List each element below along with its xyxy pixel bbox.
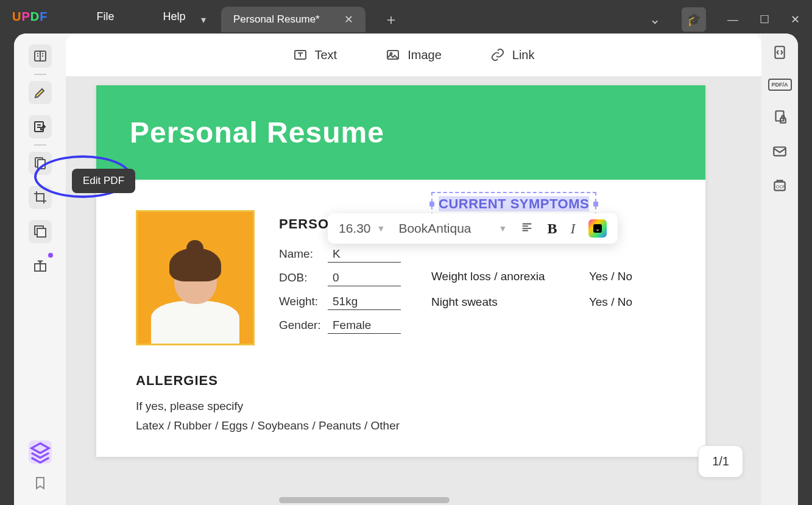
- symptoms-section: CURRENT SYMPTOMS Weight loss / anorexia …: [431, 192, 632, 309]
- reader-mode-icon[interactable]: [29, 44, 52, 68]
- name-value[interactable]: K: [328, 247, 401, 263]
- text-tool-label: Text: [315, 48, 337, 62]
- add-link-tool[interactable]: Link: [490, 48, 535, 62]
- minimize-button[interactable]: —: [727, 13, 738, 26]
- page-indicator[interactable]: 1/1: [698, 445, 743, 478]
- symptom-1-yn: Yes / No: [589, 270, 632, 283]
- svg-rect-3: [38, 160, 45, 169]
- symptoms-heading[interactable]: CURRENT SYMPTOMS: [439, 196, 589, 211]
- document-canvas[interactable]: Personal Resume PERSONAL DETAIL Name:K D…: [66, 76, 761, 505]
- font-family-dropdown[interactable]: BookAntiqua ▼: [398, 221, 507, 236]
- profile-photo: [136, 210, 255, 345]
- organize-pages-icon[interactable]: [29, 152, 52, 175]
- font-size-value: 16.30: [339, 221, 371, 236]
- email-icon[interactable]: [772, 143, 788, 159]
- symptom-2-label: Night sweats: [431, 295, 498, 309]
- weight-label: Weight:: [279, 295, 328, 308]
- gift-icon[interactable]: [29, 254, 52, 277]
- resize-handle-right[interactable]: [593, 202, 598, 207]
- edit-pdf-icon[interactable]: [29, 115, 52, 138]
- menu-help[interactable]: Help: [163, 10, 185, 23]
- convert-icon[interactable]: [772, 44, 788, 60]
- separator: [34, 144, 46, 146]
- allergies-heading: ALLERGIES: [136, 373, 666, 389]
- pdfa-icon[interactable]: PDF/A: [768, 79, 792, 91]
- chevron-down-icon[interactable]: ⌄: [649, 12, 660, 27]
- workspace: Edit PDF PDF/A OCR Text Image Link Perso…: [14, 34, 798, 505]
- image-tool-label: Image: [408, 48, 442, 62]
- add-image-tool[interactable]: Image: [386, 48, 442, 62]
- layers-icon[interactable]: [29, 440, 52, 464]
- add-text-tool[interactable]: Text: [293, 48, 337, 62]
- left-sidebar: [14, 34, 66, 505]
- protect-icon[interactable]: [772, 109, 788, 125]
- svg-rect-5: [37, 228, 46, 237]
- svg-rect-10: [774, 147, 786, 156]
- chevron-down-icon[interactable]: ▼: [377, 224, 386, 233]
- allergies-line2: Latex / Rubber / Eggs / Soybeans / Peanu…: [136, 419, 666, 433]
- menu-file[interactable]: File: [96, 10, 114, 23]
- title-bar: UPDF File Help ▾ Personal Resume* ✕ ＋ ⌄ …: [0, 0, 812, 34]
- horizontal-scrollbar-thumb[interactable]: [279, 497, 450, 503]
- link-tool-label: Link: [512, 48, 535, 62]
- dob-value[interactable]: 0: [328, 271, 401, 286]
- italic-button[interactable]: I: [570, 221, 575, 237]
- app-logo: UPDF: [12, 10, 48, 24]
- edit-pdf-tooltip: Edit PDF: [72, 169, 135, 193]
- add-tab-icon[interactable]: ＋: [384, 10, 398, 29]
- tab-title: Personal Resume*: [233, 13, 320, 26]
- close-window-button[interactable]: ✕: [791, 13, 800, 26]
- tab-menu-dropdown-icon[interactable]: ▾: [201, 14, 212, 25]
- pdf-page: Personal Resume PERSONAL DETAIL Name:K D…: [96, 85, 705, 457]
- gender-label: Gender:: [279, 319, 328, 332]
- edit-toolbar: Text Image Link: [66, 34, 761, 76]
- svg-text:OCR: OCR: [776, 184, 786, 189]
- dob-label: DOB:: [279, 271, 328, 284]
- redact-icon[interactable]: [29, 220, 52, 243]
- right-sidebar: PDF/A OCR: [761, 34, 798, 505]
- chevron-down-icon[interactable]: ▼: [499, 224, 507, 233]
- symptom-1-label: Weight loss / anorexia: [431, 270, 545, 283]
- document-tab[interactable]: Personal Resume* ✕: [221, 7, 365, 32]
- weight-value[interactable]: 51kg: [328, 295, 401, 310]
- allergies-line1: If yes, please specify: [136, 400, 666, 413]
- font-size-dropdown[interactable]: 16.30 ▼: [339, 221, 385, 236]
- text-color-picker[interactable]: ⌄: [588, 219, 607, 238]
- symptom-2-yn: Yes / No: [589, 295, 632, 309]
- crop-icon[interactable]: [29, 186, 52, 209]
- account-avatar[interactable]: 🎓: [682, 7, 706, 32]
- highlighter-icon[interactable]: [29, 81, 52, 104]
- close-icon[interactable]: ✕: [344, 13, 353, 26]
- selected-text-box[interactable]: CURRENT SYMPTOMS: [431, 192, 596, 216]
- separator: [34, 74, 46, 75]
- ocr-icon[interactable]: OCR: [772, 177, 788, 193]
- tab-bar: ▾ Personal Resume* ✕ ＋: [201, 5, 398, 34]
- maximize-button[interactable]: ☐: [760, 13, 769, 26]
- bookmark-icon[interactable]: [33, 476, 48, 493]
- bold-button[interactable]: B: [547, 221, 557, 237]
- name-label: Name:: [279, 247, 328, 261]
- font-family-value: BookAntiqua: [398, 221, 471, 236]
- resize-handle-left[interactable]: [429, 202, 434, 207]
- text-format-toolbar[interactable]: 16.30 ▼ BookAntiqua ▼ B I ⌄: [328, 213, 618, 244]
- window-controls: ⌄ 🎓 — ☐ ✕: [649, 7, 800, 32]
- align-left-icon[interactable]: [520, 221, 534, 236]
- document-banner: Personal Resume: [96, 85, 705, 180]
- gender-value[interactable]: Female: [328, 319, 401, 334]
